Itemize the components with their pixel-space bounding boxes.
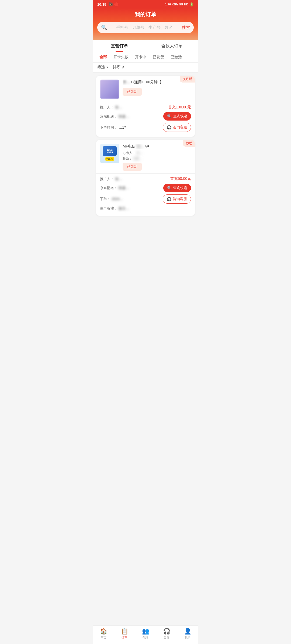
header: 我的订单 🔍 手机号、订单号、生产号、姓名 搜索 (93, 8, 198, 40)
order-time-value-1: …17 (119, 125, 126, 129)
order-card-2: 秒返 135G 全国流量 ¥19月/ MF电信 信… 钟 (96, 140, 195, 216)
card-person-row: 办卡人： 王… (123, 151, 190, 155)
subtab-failed[interactable]: 开卡失败 (110, 52, 132, 62)
subtab-activating[interactable]: 开卡中 (132, 52, 150, 62)
status-badge-1: 已激活 (123, 88, 142, 96)
filter-button[interactable]: 筛选 ▼ (97, 65, 109, 70)
query-express-btn-1[interactable]: 🔍 查询快递 (163, 112, 191, 121)
production-label-2: 生产备注： (100, 206, 117, 210)
search-icon-2: 🔍 (167, 186, 172, 190)
info-row-delivery-1: 京东配送： 快递… 🔍 查询快递 (100, 112, 191, 121)
delivery-label-1: 京东配送： (100, 114, 117, 118)
info-row-time-1: 下单时间： …17 🎧 咨询客服 (100, 123, 191, 132)
delivery-value-2: 快递… (119, 186, 129, 190)
search-input[interactable]: 手机号、订单号、生产号、姓名 (109, 25, 180, 30)
subtab-shipped[interactable]: 已发货 (150, 52, 167, 62)
search-icon: 🔍 (167, 114, 172, 118)
card-bottom-2: 推广人： 张… 首充50.00元 京东配送： 快递… 🔍 查询快递 下单： 2 (96, 174, 195, 216)
promoter-value-1: 张… (115, 105, 122, 109)
customer-service-btn-2[interactable]: 🎧 咨询客服 (163, 194, 191, 204)
headphone-icon: 🎧 (167, 125, 171, 129)
status-badge-2: 已激活 (123, 163, 142, 171)
card-image-1 (100, 80, 119, 99)
tab-partner[interactable]: 合伙人订单 (146, 40, 198, 52)
info-row-time-2: 下单： 2024… 🎧 咨询客服 (100, 194, 191, 204)
card-info-1: 李… G通用+100分钟【… 已激活 (123, 80, 191, 99)
orders-list: 次月返 李… G通用+100分钟【… 已激活 推广人： 张… 首充100.00元 (93, 73, 198, 219)
query-express-btn-2[interactable]: 🔍 查询快递 (163, 184, 191, 192)
subtab-all[interactable]: 全部 (96, 52, 110, 62)
promoter-label-1: 推广人： (100, 105, 114, 109)
subtab-activated[interactable]: 已激活 (167, 52, 185, 62)
first-charge-2: 首充50.00元 (170, 176, 191, 181)
order-time-label-2: 下单： (100, 197, 110, 201)
order-time-label-1: 下单时间： (100, 125, 117, 129)
badge-tag-1: 次月返 (180, 76, 195, 83)
chevron-down-icon: ▼ (106, 66, 109, 69)
customer-service-btn-1[interactable]: 🎧 咨询客服 (163, 123, 191, 132)
status-right-icons: 1.70 KB/s 5G HD 🔋 (165, 2, 194, 6)
delivery-label-2: 京东配送： (100, 186, 117, 190)
card-title-2: MF电信 信… 钟 (123, 144, 190, 149)
search-button[interactable]: 搜索 (182, 25, 190, 30)
production-value-2: 备注… (119, 206, 129, 210)
card-image-2: 135G 全国流量 ¥19月/ (100, 144, 119, 163)
order-card-1: 次月返 李… G通用+100分钟【… 已激活 推广人： 张… 首充100.00元 (96, 76, 195, 137)
page-title: 我的订单 (97, 11, 194, 18)
sort-icon: ⇅ (121, 66, 124, 68)
filter-bar: 筛选 ▼ 排序 ⇅ (93, 63, 198, 73)
main-tabs: 直营订单 合伙人订单 (93, 40, 198, 52)
contact-row: 联系： 138… (123, 156, 190, 161)
info-row-delivery-2: 京东配送： 快递… 🔍 查询快递 (100, 184, 191, 192)
tab-direct[interactable]: 直营订单 (93, 40, 146, 52)
promoter-label-2: 推广人： (100, 177, 114, 181)
card-info-2: MF电信 信… 钟 办卡人： 王… 联系： 138… 已激活 (123, 144, 191, 171)
status-time: 10:35 🐻 🔴 (97, 2, 119, 6)
headphone-icon-2: 🎧 (167, 197, 171, 201)
status-bar: 10:35 🐻 🔴 1.70 KB/s 5G HD 🔋 (93, 0, 198, 8)
search-bar[interactable]: 🔍 手机号、订单号、生产号、姓名 搜索 (97, 22, 194, 33)
sub-tabs: 全部 开卡失败 开卡中 已发货 已激活 (93, 52, 198, 63)
info-row-promoter-1: 推广人： 张… 首充100.00元 (100, 105, 191, 110)
delivery-value-1: 快递… (119, 114, 129, 118)
info-row-production-2: 生产备注： 备注… (100, 206, 191, 211)
promoter-value-2: 张… (115, 177, 122, 181)
first-charge-1: 首充100.00元 (168, 105, 191, 110)
order-time-value-2: 2024… (112, 197, 123, 201)
sort-button[interactable]: 排序 ⇅ (113, 65, 124, 70)
badge-tag-2: 秒返 (183, 140, 195, 147)
search-icon: 🔍 (101, 25, 107, 30)
info-row-promoter-2: 推广人： 张… 首充50.00元 (100, 176, 191, 181)
card-top-1: 次月返 李… G通用+100分钟【… 已激活 (96, 76, 195, 102)
card-bottom-1: 推广人： 张… 首充100.00元 京东配送： 快递… 🔍 查询快递 下单时间： (96, 102, 195, 137)
card-top-2: 秒返 135G 全国流量 ¥19月/ MF电信 信… 钟 (96, 140, 195, 174)
